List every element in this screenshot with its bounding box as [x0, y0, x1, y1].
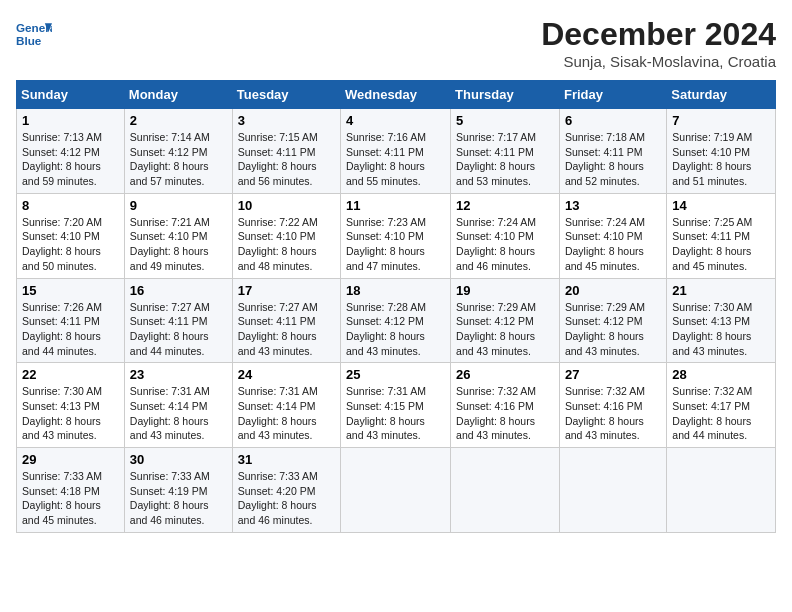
calendar-cell: 27 Sunrise: 7:32 AMSunset: 4:16 PMDaylig…: [559, 363, 666, 448]
col-header-sunday: Sunday: [17, 81, 125, 109]
day-info: Sunrise: 7:32 AMSunset: 4:17 PMDaylight:…: [672, 385, 752, 441]
calendar-cell: 2 Sunrise: 7:14 AMSunset: 4:12 PMDayligh…: [124, 109, 232, 194]
day-info: Sunrise: 7:30 AMSunset: 4:13 PMDaylight:…: [672, 301, 752, 357]
day-info: Sunrise: 7:17 AMSunset: 4:11 PMDaylight:…: [456, 131, 536, 187]
calendar-cell: [341, 448, 451, 533]
day-info: Sunrise: 7:31 AMSunset: 4:14 PMDaylight:…: [130, 385, 210, 441]
col-header-wednesday: Wednesday: [341, 81, 451, 109]
calendar-cell: 22 Sunrise: 7:30 AMSunset: 4:13 PMDaylig…: [17, 363, 125, 448]
calendar-cell: 17 Sunrise: 7:27 AMSunset: 4:11 PMDaylig…: [232, 278, 340, 363]
day-info: Sunrise: 7:23 AMSunset: 4:10 PMDaylight:…: [346, 216, 426, 272]
day-info: Sunrise: 7:25 AMSunset: 4:11 PMDaylight:…: [672, 216, 752, 272]
day-info: Sunrise: 7:24 AMSunset: 4:10 PMDaylight:…: [456, 216, 536, 272]
calendar-cell: 25 Sunrise: 7:31 AMSunset: 4:15 PMDaylig…: [341, 363, 451, 448]
calendar-cell: 19 Sunrise: 7:29 AMSunset: 4:12 PMDaylig…: [451, 278, 560, 363]
day-info: Sunrise: 7:15 AMSunset: 4:11 PMDaylight:…: [238, 131, 318, 187]
day-number: 27: [565, 367, 661, 382]
title-block: December 2024 Sunja, Sisak-Moslavina, Cr…: [541, 16, 776, 70]
col-header-thursday: Thursday: [451, 81, 560, 109]
logo: General Blue: [16, 16, 52, 52]
calendar-cell: 6 Sunrise: 7:18 AMSunset: 4:11 PMDayligh…: [559, 109, 666, 194]
day-number: 21: [672, 283, 770, 298]
calendar-cell: 7 Sunrise: 7:19 AMSunset: 4:10 PMDayligh…: [667, 109, 776, 194]
calendar-cell: 3 Sunrise: 7:15 AMSunset: 4:11 PMDayligh…: [232, 109, 340, 194]
day-number: 29: [22, 452, 119, 467]
week-row-5: 29 Sunrise: 7:33 AMSunset: 4:18 PMDaylig…: [17, 448, 776, 533]
calendar-cell: 1 Sunrise: 7:13 AMSunset: 4:12 PMDayligh…: [17, 109, 125, 194]
day-number: 8: [22, 198, 119, 213]
header-row: SundayMondayTuesdayWednesdayThursdayFrid…: [17, 81, 776, 109]
week-row-4: 22 Sunrise: 7:30 AMSunset: 4:13 PMDaylig…: [17, 363, 776, 448]
svg-text:Blue: Blue: [16, 34, 42, 47]
week-row-3: 15 Sunrise: 7:26 AMSunset: 4:11 PMDaylig…: [17, 278, 776, 363]
col-header-tuesday: Tuesday: [232, 81, 340, 109]
calendar-cell: 4 Sunrise: 7:16 AMSunset: 4:11 PMDayligh…: [341, 109, 451, 194]
calendar-table: SundayMondayTuesdayWednesdayThursdayFrid…: [16, 80, 776, 533]
calendar-cell: 16 Sunrise: 7:27 AMSunset: 4:11 PMDaylig…: [124, 278, 232, 363]
day-number: 25: [346, 367, 445, 382]
day-number: 13: [565, 198, 661, 213]
day-number: 10: [238, 198, 335, 213]
calendar-cell: 11 Sunrise: 7:23 AMSunset: 4:10 PMDaylig…: [341, 193, 451, 278]
col-header-friday: Friday: [559, 81, 666, 109]
day-info: Sunrise: 7:33 AMSunset: 4:19 PMDaylight:…: [130, 470, 210, 526]
page-title: December 2024: [541, 16, 776, 53]
day-info: Sunrise: 7:33 AMSunset: 4:18 PMDaylight:…: [22, 470, 102, 526]
day-info: Sunrise: 7:31 AMSunset: 4:14 PMDaylight:…: [238, 385, 318, 441]
calendar-cell: 9 Sunrise: 7:21 AMSunset: 4:10 PMDayligh…: [124, 193, 232, 278]
day-number: 30: [130, 452, 227, 467]
calendar-cell: [667, 448, 776, 533]
day-info: Sunrise: 7:32 AMSunset: 4:16 PMDaylight:…: [456, 385, 536, 441]
week-row-1: 1 Sunrise: 7:13 AMSunset: 4:12 PMDayligh…: [17, 109, 776, 194]
day-info: Sunrise: 7:20 AMSunset: 4:10 PMDaylight:…: [22, 216, 102, 272]
day-number: 22: [22, 367, 119, 382]
day-info: Sunrise: 7:29 AMSunset: 4:12 PMDaylight:…: [456, 301, 536, 357]
calendar-cell: 23 Sunrise: 7:31 AMSunset: 4:14 PMDaylig…: [124, 363, 232, 448]
day-number: 4: [346, 113, 445, 128]
day-number: 20: [565, 283, 661, 298]
day-info: Sunrise: 7:29 AMSunset: 4:12 PMDaylight:…: [565, 301, 645, 357]
col-header-monday: Monday: [124, 81, 232, 109]
day-number: 3: [238, 113, 335, 128]
day-number: 7: [672, 113, 770, 128]
day-info: Sunrise: 7:27 AMSunset: 4:11 PMDaylight:…: [130, 301, 210, 357]
day-info: Sunrise: 7:14 AMSunset: 4:12 PMDaylight:…: [130, 131, 210, 187]
page-header: General Blue December 2024 Sunja, Sisak-…: [16, 16, 776, 70]
calendar-cell: [451, 448, 560, 533]
calendar-cell: 10 Sunrise: 7:22 AMSunset: 4:10 PMDaylig…: [232, 193, 340, 278]
day-info: Sunrise: 7:22 AMSunset: 4:10 PMDaylight:…: [238, 216, 318, 272]
calendar-cell: 5 Sunrise: 7:17 AMSunset: 4:11 PMDayligh…: [451, 109, 560, 194]
calendar-cell: 21 Sunrise: 7:30 AMSunset: 4:13 PMDaylig…: [667, 278, 776, 363]
week-row-2: 8 Sunrise: 7:20 AMSunset: 4:10 PMDayligh…: [17, 193, 776, 278]
calendar-cell: 26 Sunrise: 7:32 AMSunset: 4:16 PMDaylig…: [451, 363, 560, 448]
day-number: 28: [672, 367, 770, 382]
calendar-cell: 31 Sunrise: 7:33 AMSunset: 4:20 PMDaylig…: [232, 448, 340, 533]
day-info: Sunrise: 7:18 AMSunset: 4:11 PMDaylight:…: [565, 131, 645, 187]
day-number: 5: [456, 113, 554, 128]
calendar-cell: 13 Sunrise: 7:24 AMSunset: 4:10 PMDaylig…: [559, 193, 666, 278]
day-number: 2: [130, 113, 227, 128]
day-info: Sunrise: 7:28 AMSunset: 4:12 PMDaylight:…: [346, 301, 426, 357]
day-number: 11: [346, 198, 445, 213]
day-info: Sunrise: 7:21 AMSunset: 4:10 PMDaylight:…: [130, 216, 210, 272]
calendar-cell: 30 Sunrise: 7:33 AMSunset: 4:19 PMDaylig…: [124, 448, 232, 533]
col-header-saturday: Saturday: [667, 81, 776, 109]
day-info: Sunrise: 7:24 AMSunset: 4:10 PMDaylight:…: [565, 216, 645, 272]
day-info: Sunrise: 7:32 AMSunset: 4:16 PMDaylight:…: [565, 385, 645, 441]
day-number: 19: [456, 283, 554, 298]
day-number: 18: [346, 283, 445, 298]
calendar-cell: 18 Sunrise: 7:28 AMSunset: 4:12 PMDaylig…: [341, 278, 451, 363]
calendar-cell: [559, 448, 666, 533]
day-info: Sunrise: 7:33 AMSunset: 4:20 PMDaylight:…: [238, 470, 318, 526]
day-info: Sunrise: 7:27 AMSunset: 4:11 PMDaylight:…: [238, 301, 318, 357]
day-number: 17: [238, 283, 335, 298]
logo-icon: General Blue: [16, 16, 52, 52]
calendar-cell: 8 Sunrise: 7:20 AMSunset: 4:10 PMDayligh…: [17, 193, 125, 278]
calendar-cell: 15 Sunrise: 7:26 AMSunset: 4:11 PMDaylig…: [17, 278, 125, 363]
day-number: 6: [565, 113, 661, 128]
day-number: 23: [130, 367, 227, 382]
calendar-cell: 28 Sunrise: 7:32 AMSunset: 4:17 PMDaylig…: [667, 363, 776, 448]
day-number: 31: [238, 452, 335, 467]
calendar-cell: 24 Sunrise: 7:31 AMSunset: 4:14 PMDaylig…: [232, 363, 340, 448]
day-info: Sunrise: 7:16 AMSunset: 4:11 PMDaylight:…: [346, 131, 426, 187]
